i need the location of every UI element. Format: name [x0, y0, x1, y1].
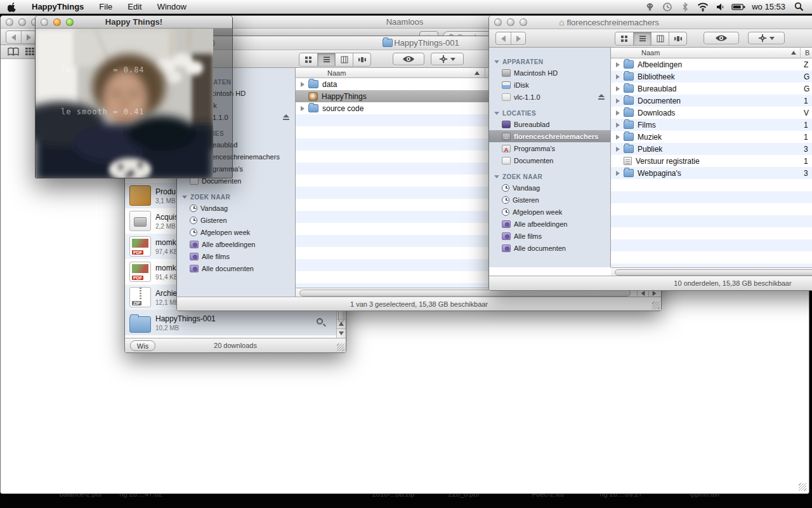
close-button[interactable] — [41, 18, 48, 26]
minimize-button[interactable] — [18, 18, 26, 26]
clear-button[interactable]: Wis — [130, 340, 155, 351]
disclosure-triangle[interactable] — [616, 98, 620, 104]
volume-icon[interactable] — [714, 0, 728, 14]
app-menu[interactable]: HappyThings — [24, 0, 91, 14]
sidebar-item[interactable]: Vandaag — [177, 202, 295, 214]
wifi-icon[interactable] — [696, 0, 710, 14]
column-header-date[interactable]: B — [805, 49, 809, 57]
sidebar-item[interactable]: Alle films — [489, 230, 610, 242]
table-row[interactable]: Muziek 1 — [611, 131, 812, 143]
disclosure-triangle[interactable] — [616, 110, 620, 116]
sidebar-item[interactable]: Alle afbeeldingen — [177, 238, 295, 250]
coverflow-view-button[interactable] — [669, 32, 686, 45]
disclosure-triangle[interactable] — [616, 62, 620, 67]
disclosure-triangle[interactable] — [301, 106, 304, 111]
sidebar-item[interactable]: APPARATEN — [489, 57, 610, 67]
sidebar-item[interactable]: ZOEK NAAR — [489, 172, 610, 182]
apple-menu[interactable] — [0, 0, 24, 14]
table-row[interactable]: Bureaublad G — [611, 83, 812, 95]
menu-item[interactable]: File — [91, 0, 120, 14]
table-row[interactable]: Afbeeldingen Z — [611, 58, 812, 70]
eject-icon[interactable] — [283, 114, 289, 117]
sidebar-item[interactable]: LOCATIES — [489, 109, 610, 118]
downloads-resize-grip[interactable] — [337, 344, 344, 351]
zoom-button[interactable] — [520, 18, 527, 26]
close-button[interactable] — [494, 18, 502, 26]
sidebar-item[interactable]: Alle documenten — [489, 242, 610, 254]
column-view-button[interactable] — [651, 32, 669, 45]
minimize-button[interactable] — [507, 18, 514, 26]
sidebar-item[interactable]: Alle documenten — [177, 262, 295, 274]
video-titlebar[interactable]: Happy Things! — [36, 16, 232, 29]
column-header-name[interactable]: Naam — [611, 49, 660, 57]
sidebar-item[interactable]: Gisteren — [177, 214, 295, 226]
menu-item[interactable]: Window — [150, 0, 194, 14]
forward-button[interactable] — [511, 32, 525, 44]
bluetooth-icon[interactable] — [678, 0, 692, 14]
bookmarks-book-icon[interactable] — [7, 47, 20, 57]
safari-resize-grip[interactable] — [799, 483, 806, 491]
close-button[interactable] — [6, 18, 13, 26]
quicklook-button[interactable] — [704, 32, 739, 44]
top-sites-grid-icon[interactable] — [25, 47, 35, 57]
action-menu-button[interactable] — [431, 53, 464, 65]
menu-bar-clock[interactable]: wo 15:53 — [749, 2, 788, 11]
list-view-button[interactable] — [317, 53, 335, 66]
quicklook-button[interactable] — [393, 53, 424, 65]
sidebar-item[interactable]: florenceschreinemachers — [489, 130, 610, 142]
florence-list-header[interactable]: Naam B — [611, 48, 812, 58]
back-button[interactable] — [496, 32, 511, 44]
sidebar-item[interactable]: Documenten — [489, 154, 610, 166]
table-row[interactable]: Downloads V — [611, 107, 812, 119]
proxy-folder-icon[interactable] — [383, 39, 393, 47]
disclosure-triangle[interactable] — [616, 147, 620, 152]
disclosure-triangle[interactable] — [616, 74, 620, 79]
table-row[interactable]: Verstuur registratie 1 — [611, 155, 812, 167]
minimize-button[interactable] — [53, 18, 61, 26]
disclosure-triangle[interactable] — [616, 171, 620, 176]
eject-icon[interactable] — [598, 94, 605, 97]
disclosure-triangle[interactable] — [616, 135, 620, 140]
sidebar-item[interactable]: Macintosh HD — [489, 67, 610, 79]
disclosure-triangle[interactable] — [616, 123, 620, 128]
column-view-button[interactable] — [335, 53, 353, 66]
back-button[interactable] — [6, 31, 21, 43]
time-machine-icon[interactable] — [660, 0, 674, 14]
florence-titlebar[interactable]: ⌂ florenceschreinemachers — [489, 16, 812, 29]
icon-view-button[interactable] — [615, 32, 633, 45]
reveal-magnifier-icon[interactable] — [317, 318, 323, 324]
battery-icon[interactable] — [731, 0, 745, 14]
disclosure-triangle[interactable] — [616, 86, 620, 91]
sidebar-item[interactable]: vlc-1.1.0 — [489, 91, 610, 103]
sidebar-item[interactable]: Vandaag — [489, 182, 610, 194]
list-view-button[interactable] — [633, 32, 651, 45]
sidebar-item[interactable]: Programma's — [489, 142, 610, 154]
finder-resize-grip[interactable] — [652, 302, 660, 309]
table-row[interactable]: Publiek 3 — [611, 143, 812, 155]
vuze-icon[interactable] — [643, 0, 657, 14]
table-row[interactable]: Films 1 — [611, 119, 812, 131]
coverflow-view-button[interactable] — [353, 53, 370, 66]
sidebar-item[interactable]: Afgelopen week — [177, 226, 295, 238]
sidebar-item[interactable]: Bureaublad — [489, 118, 610, 130]
zoom-button[interactable] — [66, 18, 74, 26]
florence-hscroll-thumb[interactable] — [615, 269, 812, 276]
table-row[interactable]: Bibliotheek G — [611, 70, 812, 83]
disclosure-triangle[interactable] — [301, 82, 304, 87]
scroll-up-arrow[interactable] — [337, 319, 346, 328]
table-row[interactable]: Webpagina's 3 — [611, 167, 812, 179]
action-menu-button[interactable] — [748, 32, 785, 44]
table-row[interactable]: Documenten 1 — [611, 95, 812, 107]
icon-view-button[interactable] — [299, 53, 317, 66]
forward-button[interactable] — [21, 31, 36, 43]
sidebar-item[interactable]: Gisteren — [489, 194, 610, 206]
download-item[interactable]: HappyThings-001 10,2 MB — [125, 310, 346, 335]
sidebar-item[interactable]: Afgelopen week — [489, 206, 610, 218]
sidebar-item[interactable]: Alle films — [177, 250, 295, 262]
sidebar-item[interactable]: ZOEK NAAR — [177, 192, 295, 202]
sidebar-item[interactable]: Alle afbeeldingen — [489, 218, 610, 230]
scroll-down-arrow[interactable] — [337, 328, 346, 338]
spotlight-icon[interactable] — [792, 0, 806, 14]
sidebar-item[interactable]: iDisk — [489, 79, 610, 91]
column-header-name[interactable]: Naam — [296, 69, 346, 77]
